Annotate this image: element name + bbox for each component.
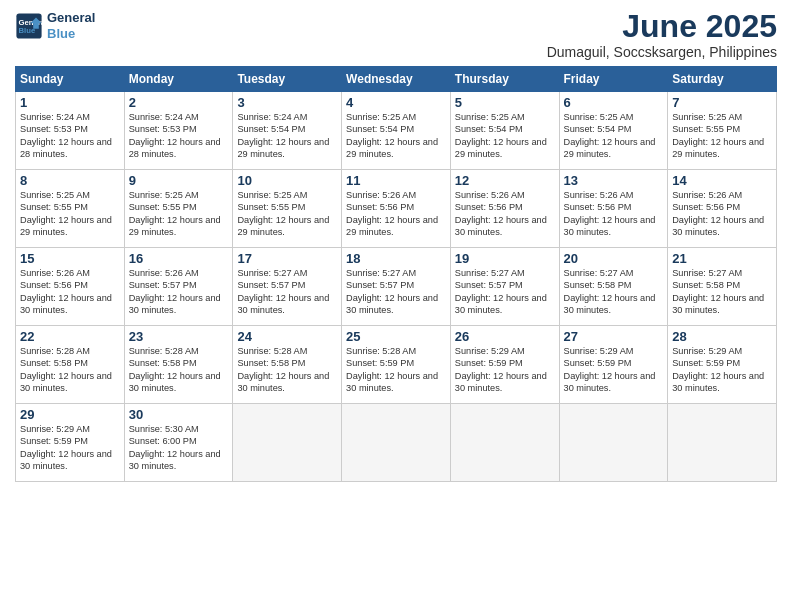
day-info: Sunrise: 5:29 AMSunset: 5:59 PMDaylight:… [455, 345, 555, 395]
calendar-cell: 5Sunrise: 5:25 AMSunset: 5:54 PMDaylight… [450, 92, 559, 170]
header-tuesday: Tuesday [233, 67, 342, 92]
day-info: Sunrise: 5:25 AMSunset: 5:54 PMDaylight:… [346, 111, 446, 161]
location-title: Dumaguil, Soccsksargen, Philippines [547, 44, 777, 60]
logo-icon: General Blue [15, 12, 43, 40]
day-number: 7 [672, 95, 772, 110]
day-number: 21 [672, 251, 772, 266]
day-number: 26 [455, 329, 555, 344]
day-info: Sunrise: 5:28 AMSunset: 5:58 PMDaylight:… [129, 345, 229, 395]
calendar-cell: 12Sunrise: 5:26 AMSunset: 5:56 PMDayligh… [450, 170, 559, 248]
header-wednesday: Wednesday [342, 67, 451, 92]
day-info: Sunrise: 5:24 AMSunset: 5:54 PMDaylight:… [237, 111, 337, 161]
calendar-cell: 6Sunrise: 5:25 AMSunset: 5:54 PMDaylight… [559, 92, 668, 170]
calendar-cell: 4Sunrise: 5:25 AMSunset: 5:54 PMDaylight… [342, 92, 451, 170]
day-info: Sunrise: 5:29 AMSunset: 5:59 PMDaylight:… [20, 423, 120, 473]
day-number: 3 [237, 95, 337, 110]
day-info: Sunrise: 5:25 AMSunset: 5:55 PMDaylight:… [237, 189, 337, 239]
calendar-cell: 8Sunrise: 5:25 AMSunset: 5:55 PMDaylight… [16, 170, 125, 248]
calendar-cell: 26Sunrise: 5:29 AMSunset: 5:59 PMDayligh… [450, 326, 559, 404]
day-number: 10 [237, 173, 337, 188]
day-number: 27 [564, 329, 664, 344]
calendar-cell: 16Sunrise: 5:26 AMSunset: 5:57 PMDayligh… [124, 248, 233, 326]
calendar-cell: 30Sunrise: 5:30 AMSunset: 6:00 PMDayligh… [124, 404, 233, 482]
calendar-cell [450, 404, 559, 482]
day-info: Sunrise: 5:27 AMSunset: 5:57 PMDaylight:… [346, 267, 446, 317]
day-number: 25 [346, 329, 446, 344]
calendar-row-1: 8Sunrise: 5:25 AMSunset: 5:55 PMDaylight… [16, 170, 777, 248]
day-info: Sunrise: 5:26 AMSunset: 5:56 PMDaylight:… [455, 189, 555, 239]
header-friday: Friday [559, 67, 668, 92]
calendar-cell: 24Sunrise: 5:28 AMSunset: 5:58 PMDayligh… [233, 326, 342, 404]
day-number: 22 [20, 329, 120, 344]
calendar-cell: 13Sunrise: 5:26 AMSunset: 5:56 PMDayligh… [559, 170, 668, 248]
day-number: 24 [237, 329, 337, 344]
calendar-cell: 28Sunrise: 5:29 AMSunset: 5:59 PMDayligh… [668, 326, 777, 404]
day-info: Sunrise: 5:27 AMSunset: 5:57 PMDaylight:… [237, 267, 337, 317]
day-number: 11 [346, 173, 446, 188]
header-sunday: Sunday [16, 67, 125, 92]
day-info: Sunrise: 5:26 AMSunset: 5:56 PMDaylight:… [346, 189, 446, 239]
day-info: Sunrise: 5:26 AMSunset: 5:56 PMDaylight:… [20, 267, 120, 317]
calendar-header-row: Sunday Monday Tuesday Wednesday Thursday… [16, 67, 777, 92]
page: General Blue General Blue June 2025 Duma… [0, 0, 792, 612]
header-saturday: Saturday [668, 67, 777, 92]
day-info: Sunrise: 5:25 AMSunset: 5:55 PMDaylight:… [672, 111, 772, 161]
day-info: Sunrise: 5:28 AMSunset: 5:58 PMDaylight:… [237, 345, 337, 395]
calendar-cell [342, 404, 451, 482]
calendar-row-2: 15Sunrise: 5:26 AMSunset: 5:56 PMDayligh… [16, 248, 777, 326]
day-number: 15 [20, 251, 120, 266]
calendar-cell [559, 404, 668, 482]
day-info: Sunrise: 5:27 AMSunset: 5:58 PMDaylight:… [564, 267, 664, 317]
calendar-cell: 11Sunrise: 5:26 AMSunset: 5:56 PMDayligh… [342, 170, 451, 248]
day-number: 9 [129, 173, 229, 188]
day-info: Sunrise: 5:25 AMSunset: 5:54 PMDaylight:… [455, 111, 555, 161]
day-info: Sunrise: 5:28 AMSunset: 5:58 PMDaylight:… [20, 345, 120, 395]
calendar-cell: 10Sunrise: 5:25 AMSunset: 5:55 PMDayligh… [233, 170, 342, 248]
day-number: 2 [129, 95, 229, 110]
day-number: 6 [564, 95, 664, 110]
header: General Blue General Blue June 2025 Duma… [15, 10, 777, 60]
calendar-cell: 2Sunrise: 5:24 AMSunset: 5:53 PMDaylight… [124, 92, 233, 170]
day-info: Sunrise: 5:25 AMSunset: 5:55 PMDaylight:… [20, 189, 120, 239]
calendar-cell: 7Sunrise: 5:25 AMSunset: 5:55 PMDaylight… [668, 92, 777, 170]
calendar-cell: 25Sunrise: 5:28 AMSunset: 5:59 PMDayligh… [342, 326, 451, 404]
day-info: Sunrise: 5:25 AMSunset: 5:55 PMDaylight:… [129, 189, 229, 239]
day-info: Sunrise: 5:25 AMSunset: 5:54 PMDaylight:… [564, 111, 664, 161]
day-number: 29 [20, 407, 120, 422]
calendar-row-3: 22Sunrise: 5:28 AMSunset: 5:58 PMDayligh… [16, 326, 777, 404]
day-info: Sunrise: 5:26 AMSunset: 5:56 PMDaylight:… [564, 189, 664, 239]
day-number: 14 [672, 173, 772, 188]
calendar-cell [233, 404, 342, 482]
calendar-cell: 21Sunrise: 5:27 AMSunset: 5:58 PMDayligh… [668, 248, 777, 326]
calendar-table: Sunday Monday Tuesday Wednesday Thursday… [15, 66, 777, 482]
calendar-cell: 20Sunrise: 5:27 AMSunset: 5:58 PMDayligh… [559, 248, 668, 326]
day-info: Sunrise: 5:28 AMSunset: 5:59 PMDaylight:… [346, 345, 446, 395]
calendar-cell: 17Sunrise: 5:27 AMSunset: 5:57 PMDayligh… [233, 248, 342, 326]
day-info: Sunrise: 5:24 AMSunset: 5:53 PMDaylight:… [20, 111, 120, 161]
header-thursday: Thursday [450, 67, 559, 92]
day-info: Sunrise: 5:26 AMSunset: 5:57 PMDaylight:… [129, 267, 229, 317]
day-number: 1 [20, 95, 120, 110]
day-info: Sunrise: 5:24 AMSunset: 5:53 PMDaylight:… [129, 111, 229, 161]
header-monday: Monday [124, 67, 233, 92]
calendar-cell: 3Sunrise: 5:24 AMSunset: 5:54 PMDaylight… [233, 92, 342, 170]
calendar-cell: 19Sunrise: 5:27 AMSunset: 5:57 PMDayligh… [450, 248, 559, 326]
logo: General Blue General Blue [15, 10, 95, 41]
calendar-cell: 9Sunrise: 5:25 AMSunset: 5:55 PMDaylight… [124, 170, 233, 248]
calendar-row-4: 29Sunrise: 5:29 AMSunset: 5:59 PMDayligh… [16, 404, 777, 482]
day-info: Sunrise: 5:29 AMSunset: 5:59 PMDaylight:… [564, 345, 664, 395]
month-title: June 2025 [547, 10, 777, 42]
day-info: Sunrise: 5:27 AMSunset: 5:57 PMDaylight:… [455, 267, 555, 317]
logo-text: General Blue [47, 10, 95, 41]
calendar-cell: 14Sunrise: 5:26 AMSunset: 5:56 PMDayligh… [668, 170, 777, 248]
day-number: 19 [455, 251, 555, 266]
day-number: 5 [455, 95, 555, 110]
calendar-cell: 1Sunrise: 5:24 AMSunset: 5:53 PMDaylight… [16, 92, 125, 170]
day-info: Sunrise: 5:30 AMSunset: 6:00 PMDaylight:… [129, 423, 229, 473]
day-info: Sunrise: 5:26 AMSunset: 5:56 PMDaylight:… [672, 189, 772, 239]
day-number: 4 [346, 95, 446, 110]
day-info: Sunrise: 5:27 AMSunset: 5:58 PMDaylight:… [672, 267, 772, 317]
calendar-cell [668, 404, 777, 482]
day-info: Sunrise: 5:29 AMSunset: 5:59 PMDaylight:… [672, 345, 772, 395]
day-number: 28 [672, 329, 772, 344]
